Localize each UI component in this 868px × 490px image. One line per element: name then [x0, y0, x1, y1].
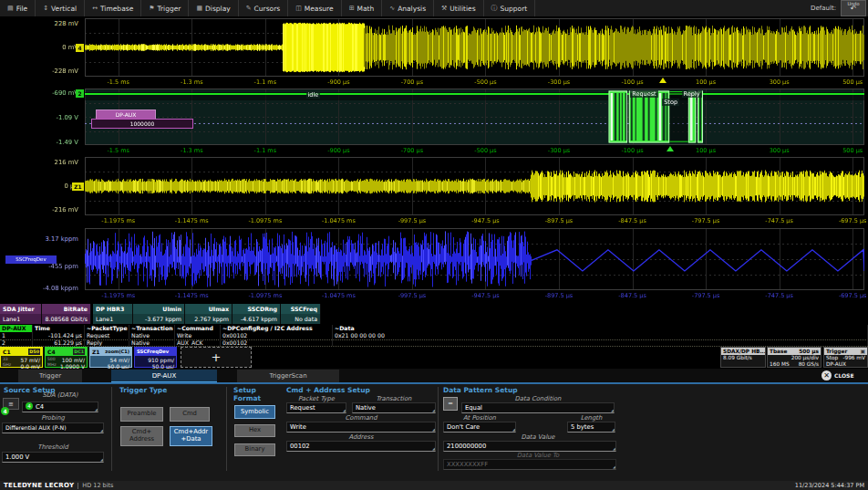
equals-condition-button[interactable]: =: [443, 397, 458, 411]
binary-button[interactable]: Binary: [234, 443, 275, 456]
trigger-position-marker[interactable]: [659, 78, 666, 83]
tab-trigger[interactable]: Trigger: [18, 370, 82, 383]
panel-z1-zoom-plot[interactable]: [85, 157, 864, 215]
time-tick-label: -947.5 µs: [456, 217, 514, 224]
menu-item-label: Math: [357, 5, 375, 13]
menu-item-support[interactable]: ⓘSupport: [484, 0, 536, 16]
probing-dropdown[interactable]: Differential AUX (P-N): [2, 422, 104, 433]
decode-header-cell[interactable]: ~Data: [333, 325, 868, 332]
decode-header-row[interactable]: DP-AUXTime~PacketType~Transaction~Comman…: [0, 325, 868, 332]
section-title-data-pattern-setup: Data Pattern Setup: [443, 386, 518, 394]
sdax-info-box[interactable]: SDAX/DP HB...8.09 Gbit/s: [720, 347, 766, 368]
data-value-field[interactable]: 2100000000: [443, 441, 616, 452]
vertical-icon: ↕: [43, 5, 48, 12]
menu-item-cursors[interactable]: ✎Cursors: [239, 0, 288, 16]
decode-header-cell[interactable]: Time: [33, 325, 85, 332]
close-dialog-button[interactable]: ✕ CLOSE: [822, 370, 854, 381]
panel-c4-overview-vlabel: 0 mV: [0, 44, 78, 51]
address-field[interactable]: 00102: [286, 441, 436, 452]
sda-jitter-header[interactable]: SDA JitterBitRate: [0, 304, 91, 314]
cursors-icon: ✎: [246, 5, 252, 12]
undo-button[interactable]: Undo↶: [841, 0, 866, 16]
decode-annotation-reply: Reply: [682, 90, 702, 98]
decode-annotation-stop: Stop: [662, 99, 679, 106]
cmd-addr-data-button[interactable]: Cmd+Addr +Data: [170, 426, 212, 446]
symbolic-button[interactable]: Symbolic: [234, 405, 275, 419]
sda-jitter-row[interactable]: Lane18.08568 Gbit/s: [0, 314, 91, 324]
time-tick-label: -100 µs: [604, 147, 662, 154]
close-label: CLOSE: [834, 372, 854, 379]
panel-sscfreqdev-plot[interactable]: [85, 228, 864, 290]
tab-dp-aux[interactable]: DP-AUX: [111, 370, 217, 383]
hex-button[interactable]: Hex: [234, 424, 275, 437]
decode-header-cell[interactable]: ~DPConfigReg / I2C Address: [221, 325, 333, 332]
length-label: Length: [567, 414, 615, 422]
descriptor-subtitle: zoom(C1): [105, 348, 129, 356]
time-tick-label: -100 µs: [604, 78, 662, 86]
trace-descriptor-sscfreqdev[interactable]: SSCFreqDev910 ppm/50.0 µs/: [134, 347, 177, 368]
menu-item-display[interactable]: ▦Display: [189, 0, 238, 16]
menu-item-trigger[interactable]: ⚑Trigger: [141, 0, 189, 16]
preamble-button[interactable]: Preamble: [120, 407, 163, 422]
descriptor-title: C1: [3, 348, 11, 356]
panel-c4-overview-vlabel: 228 mV: [0, 20, 78, 27]
at-position-dropdown[interactable]: Don't Care: [443, 422, 516, 433]
menu-item-vertical[interactable]: ↕Vertical: [36, 0, 85, 16]
decode-header-cell[interactable]: ~Transaction: [129, 325, 175, 332]
time-tick-label: -500 µs: [456, 147, 514, 154]
descriptor-values: 910 ppm/50.0 µs/: [137, 357, 174, 369]
data-condition-label: Data Condition: [461, 395, 615, 402]
decode-header-cell[interactable]: ~Command: [175, 325, 221, 332]
adc-mode-label: HD 12 bits: [82, 482, 113, 489]
command-dropdown[interactable]: Write: [286, 422, 436, 433]
time-tick-label: -1.3 ms: [162, 78, 221, 86]
dp-hbr3-row-cell: -3.677 kppm: [133, 314, 185, 324]
data-condition-dropdown[interactable]: Equal: [461, 402, 615, 413]
threshold-field[interactable]: 1.000 V: [2, 452, 104, 463]
cmd-address-button[interactable]: Cmd+ Address: [120, 426, 163, 446]
descriptor-header: C4DC1: [46, 348, 87, 356]
trace-descriptor-c4[interactable]: C4DC1500MHz100 mV/1.0900 V: [45, 347, 88, 368]
menu-item-analysis[interactable]: ∿Analysis: [382, 0, 434, 16]
panel-dpaux-decode-vlabel: -690 mV: [0, 89, 78, 97]
channel-marker-4[interactable]: 4: [76, 44, 84, 52]
time-tick-label: -697.5 µs: [823, 292, 868, 299]
trigger-info-box[interactable]: Trigger▣Stop-996 mVDP-AUX: [823, 347, 868, 368]
panel-dpaux-decode-plot[interactable]: [85, 89, 864, 145]
decode-row-2[interactable]: 261.229 µsReplyNativeAUX_ACK0x00102: [0, 339, 868, 348]
decode-annotation-idle: idle: [306, 91, 321, 99]
time-tick-label: 500 µs: [823, 78, 868, 86]
time-tick-label: -847.5 µs: [604, 292, 662, 299]
trace-descriptor-z1[interactable]: Z1zoom(C1)54 mV/50.0 µs/: [89, 347, 132, 368]
time-tick-label: -1.3 ms: [162, 147, 221, 154]
channel-marker-2[interactable]: 2: [76, 89, 84, 98]
menu-item-measure[interactable]: ◫Measure: [288, 0, 342, 16]
menu-item-utilities[interactable]: ⚒Utilities: [434, 0, 484, 16]
dp-hbr3-header[interactable]: DP HBR3UIminUImaxSSCDRngSSCFreq: [93, 304, 321, 314]
address-label: Address: [286, 433, 436, 441]
menu-item-timebase[interactable]: ↔Timebase: [85, 0, 141, 16]
add-trace-button[interactable]: +: [181, 347, 252, 368]
descriptor-body: 500MHz100 mV/1.0900 V: [46, 356, 87, 369]
trace-descriptor-c1[interactable]: C1D5033GHz57 mV/0.0 mV: [0, 347, 43, 368]
decode-cell: 61.229 µs: [33, 339, 85, 347]
dp-hbr3-row[interactable]: Lane1-3.677 kppm2.767 kppm-4.617 kppmNo …: [93, 314, 321, 324]
decode-cell: Reply: [85, 339, 129, 347]
decode-cell: Native: [129, 339, 175, 347]
timebase-icon: ↔: [92, 5, 98, 12]
trigger-position-marker[interactable]: [666, 146, 674, 151]
packet-type-dropdown[interactable]: Request: [286, 402, 346, 413]
sda-source-dropdown[interactable]: 4C4: [22, 401, 98, 412]
menu-item-math[interactable]: ⊞Math: [342, 0, 383, 16]
length-dropdown[interactable]: 5 bytes: [567, 422, 615, 433]
transaction-dropdown[interactable]: Native: [352, 402, 436, 413]
cmd-button[interactable]: Cmd: [170, 407, 210, 422]
timebase-info-box[interactable]: Tbase500 µs200 µs/div160 MS80 GS/s: [767, 347, 822, 368]
panel-c4-overview-plot[interactable]: [85, 18, 864, 77]
time-tick-label: -300 µs: [530, 147, 588, 154]
menu-item-file[interactable]: ▤File: [0, 0, 36, 16]
channel-4-dot-icon: 4: [26, 402, 33, 410]
channel-marker-z1[interactable]: Z1: [72, 182, 84, 191]
decode-header-cell[interactable]: ~PacketType: [85, 325, 129, 332]
tab-triggerscan[interactable]: TriggerScan: [237, 370, 339, 383]
